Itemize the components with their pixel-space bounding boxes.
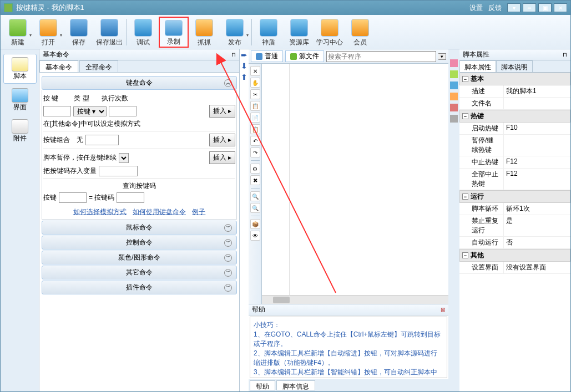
toolbar-抓抓[interactable]: 抓抓	[189, 17, 219, 48]
side-icon-2[interactable]	[450, 70, 458, 78]
cmd-panel-title: 基本命令	[43, 50, 69, 59]
toolbar-学习中心[interactable]: 学习中心	[315, 17, 345, 48]
arrow-right-icon[interactable]: ➨	[241, 50, 247, 59]
prop-cat-运行[interactable]: −运行	[459, 190, 570, 203]
view-tab-normal[interactable]: 普通	[251, 50, 283, 62]
insert-button-1[interactable]: 插入 ▸	[209, 105, 235, 118]
acc-插件命令[interactable]: 插件命令︾	[42, 281, 237, 294]
toolbar-发布[interactable]: 发布▾	[220, 17, 250, 48]
vtool-6[interactable]: ↶	[250, 136, 260, 146]
help-tab-help[interactable]: 帮助	[250, 380, 275, 390]
prop-row[interactable]: 禁止重复运行是	[459, 215, 570, 237]
key-input[interactable]	[43, 106, 71, 116]
prop-row[interactable]: 文件名	[459, 98, 570, 110]
prop-cat-基本[interactable]: −基本	[459, 73, 570, 85]
var-input[interactable]	[99, 166, 138, 176]
side-icon-1[interactable]	[450, 59, 458, 67]
h-scrollbar[interactable]	[262, 295, 448, 304]
pin-icon[interactable]: ⊓	[231, 52, 236, 58]
toolbar-资源库[interactable]: 资源库	[284, 17, 314, 48]
prop-tab-attrs[interactable]: 脚本属性	[459, 60, 496, 72]
vtool-10[interactable]: ✖	[250, 175, 260, 185]
acc-颜色/图形命令[interactable]: 颜色/图形命令︾	[42, 251, 237, 264]
toolbar-神盾[interactable]: 神盾	[254, 17, 284, 48]
side-icon-5[interactable]	[450, 104, 458, 111]
vtool-13[interactable]: 🔍	[250, 203, 260, 213]
vtool-15[interactable]: 📦	[250, 219, 260, 229]
keycode-output[interactable]	[117, 192, 144, 203]
toolbar-录制[interactable]: 录制	[159, 17, 189, 48]
type-select[interactable]: 按键 ▾	[73, 106, 107, 116]
left-tab-附件[interactable]: 附件	[3, 116, 37, 146]
arrow-up-icon[interactable]: ⬆	[241, 73, 247, 82]
录制-icon	[165, 20, 183, 36]
acc-鼠标命令[interactable]: 鼠标命令︾	[42, 221, 237, 235]
query-key-input[interactable]	[59, 192, 87, 203]
combo-input[interactable]	[85, 135, 119, 145]
acc-控制命令[interactable]: 控制命令︾	[42, 236, 237, 250]
prop-row[interactable]: 全部中止热键F12	[459, 169, 570, 190]
vtool-2[interactable]: ✂	[250, 89, 260, 99]
toolbar-保存退出[interactable]: 保存退出	[94, 17, 124, 48]
toolbar-打开[interactable]: 打开▾	[33, 17, 63, 48]
side-icon-3[interactable]	[450, 82, 458, 89]
side-icon-4[interactable]	[450, 93, 458, 100]
help-title: 帮助	[252, 305, 265, 314]
prop-row[interactable]: 暂停/继续热键	[459, 135, 570, 156]
chevron-down-icon: ︾	[224, 254, 232, 262]
tip-2: 2、脚本编辑工具栏新增【自动缩进】按钮，可对脚本源码进行缩进排版（功能热键F4）…	[254, 349, 443, 368]
toolbar-新建[interactable]: 新建▾	[3, 17, 33, 48]
toolbar-调试[interactable]: 调试	[128, 17, 158, 48]
vtool-3[interactable]: 📋	[250, 101, 260, 111]
vtool-7[interactable]: ↷	[250, 147, 260, 157]
collapse-icon: −	[462, 76, 468, 82]
side-icon-6[interactable]	[450, 115, 458, 123]
vtool-1[interactable]: ✋	[250, 78, 260, 88]
vtool-0[interactable]: ✕	[250, 66, 260, 76]
left-tab-脚本[interactable]: 脚本	[3, 54, 37, 84]
link-example[interactable]: 例子	[192, 208, 205, 216]
发布-icon	[226, 19, 244, 37]
pause-select[interactable]	[119, 153, 129, 163]
prop-row[interactable]: 自动运行否	[459, 237, 570, 249]
vtool-12[interactable]: 🔍	[250, 191, 260, 201]
maximize-button[interactable]: ▣	[538, 3, 552, 12]
prop-cat-热键[interactable]: −热键	[459, 110, 570, 123]
tab-basic-cmd[interactable]: 基本命令	[39, 60, 78, 72]
toolbar-保存[interactable]: 保存	[64, 17, 94, 48]
close-button[interactable]: ✕	[554, 3, 567, 12]
acc-其它命令[interactable]: 其它命令︾	[42, 266, 237, 279]
insert-button-2[interactable]: 插入 ▸	[209, 134, 235, 146]
prop-row[interactable]: 脚本循环循环1次	[459, 203, 570, 215]
prop-row[interactable]: 中止热键F12	[459, 156, 570, 169]
vtool-4[interactable]: 📄	[250, 113, 260, 123]
dropdown-button[interactable]: ▾	[507, 3, 521, 12]
help-tab-script-info[interactable]: 脚本信息	[276, 380, 315, 390]
search-input[interactable]	[326, 51, 436, 62]
prop-row[interactable]: 启动热键F10	[459, 123, 570, 135]
arrow-down-icon[interactable]: ⬇	[241, 62, 247, 70]
search-dropdown[interactable]: ▾	[438, 53, 446, 60]
prop-pin-icon[interactable]: ⊓	[563, 52, 567, 58]
prop-cat-其他[interactable]: −其他	[459, 249, 570, 262]
insert-button-3[interactable]: 插入 ▸	[209, 151, 235, 164]
prop-row[interactable]: 描述我的脚本1	[459, 85, 570, 98]
vtool-9[interactable]: ⚙	[250, 164, 260, 174]
prop-tab-desc[interactable]: 脚本说明	[496, 60, 533, 72]
toolbar-会员[interactable]: 会员	[345, 17, 375, 48]
help-close-icon[interactable]: ⊠	[441, 307, 445, 313]
vtool-5[interactable]: 📋	[250, 124, 260, 134]
acc-keyboard[interactable]: 键盘命令︽	[42, 76, 237, 90]
settings-link[interactable]: 设置	[469, 3, 483, 13]
view-tab-source[interactable]: 源文件	[285, 50, 324, 62]
editor-area[interactable]	[262, 64, 448, 304]
prop-row[interactable]: 设置界面没有设置界面	[459, 262, 570, 274]
link-sim-mode[interactable]: 如何选择模拟方式	[73, 208, 127, 216]
vtool-16[interactable]: 👁	[250, 231, 260, 241]
left-tab-界面[interactable]: 界面	[3, 85, 37, 115]
tab-all-cmd[interactable]: 全部命令	[79, 60, 118, 72]
minimize-button[interactable]: ━	[523, 3, 536, 12]
feedback-link[interactable]: 反馈	[488, 3, 502, 13]
count-input[interactable]	[109, 106, 137, 116]
link-kbd-help[interactable]: 如何使用键盘命令	[133, 208, 186, 216]
